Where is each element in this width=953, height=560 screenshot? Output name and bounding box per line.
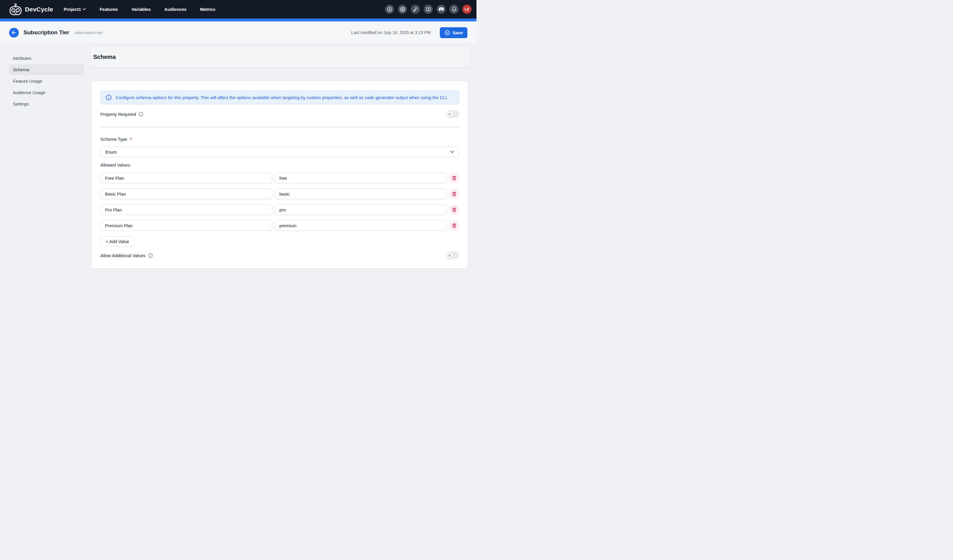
value-key-input[interactable] (275, 173, 447, 183)
toggle-knob-off (447, 252, 453, 258)
page-slug: subscription-tier (75, 31, 102, 35)
top-navbar: DevCycle Project1 Features Variables Aud… (0, 0, 476, 19)
allowed-value-row (100, 204, 459, 215)
trash-icon (452, 176, 456, 181)
user-avatar[interactable]: LE (463, 5, 472, 14)
allowed-value-row (100, 173, 459, 183)
property-required-toggle[interactable] (446, 111, 459, 118)
arrow-left-icon (11, 31, 16, 35)
delete-value-button[interactable] (449, 173, 459, 183)
schema-type-value: Enum (106, 150, 117, 155)
allowed-value-row (100, 189, 459, 199)
toggle-knob-off (447, 111, 453, 117)
devcycle-logo[interactable]: DevCycle (9, 3, 53, 16)
content: Attributes Schema Feature Usage Audience… (0, 44, 476, 280)
chevron-down-icon (83, 8, 86, 10)
value-key-input[interactable] (275, 189, 447, 199)
discord-button[interactable] (436, 5, 446, 14)
notifications-button[interactable] (450, 5, 459, 14)
settings-button[interactable] (398, 5, 407, 14)
sidebar-item-schema[interactable]: Schema (9, 64, 84, 75)
required-asterisk: * (130, 137, 132, 142)
docs-button[interactable] (424, 5, 433, 14)
card-divider (100, 127, 459, 127)
project-switcher[interactable]: Project1 (64, 7, 86, 12)
back-button[interactable] (9, 28, 19, 37)
info-icon (138, 112, 143, 117)
page-title: Subscription Tier (23, 29, 69, 36)
schema-card: Configure schema options for this proper… (92, 81, 468, 268)
property-sidebar: Attributes Schema Feature Usage Audience… (0, 44, 91, 280)
main-panel: Schema Configure schema options for this… (91, 44, 476, 280)
allow-additional-toggle[interactable] (446, 252, 459, 259)
allowed-values-label: Allowed Values (100, 162, 459, 167)
trash-icon (452, 207, 456, 212)
project-switcher-label: Project1 (64, 7, 81, 12)
nav-item-variables[interactable]: Variables (132, 7, 151, 12)
schema-type-select[interactable]: Enum (100, 147, 459, 157)
delete-value-button[interactable] (449, 189, 459, 199)
sidebar-item-feature-usage[interactable]: Feature Usage (9, 76, 84, 87)
info-alert-text: Configure schema options for this proper… (116, 95, 448, 100)
allowed-value-row (100, 220, 459, 231)
sidebar-item-audience-usage[interactable]: Audience Usage (9, 87, 84, 98)
property-required-label: Property Required (100, 112, 136, 117)
nav-item-features[interactable]: Features (99, 7, 118, 12)
discord-icon (439, 7, 444, 11)
navbar-actions: LE (385, 5, 472, 14)
sidebar-item-settings[interactable]: Settings (9, 99, 84, 109)
page-header: Subscription Tier subscription-tier Last… (0, 22, 476, 44)
value-key-input[interactable] (275, 220, 447, 231)
nav-item-metrics[interactable]: Metrics (200, 7, 216, 12)
info-alert: Configure schema options for this proper… (100, 91, 459, 104)
nav-links: Project1 Features Variables Audiences Me… (64, 7, 215, 12)
section-heading: Schema (91, 47, 470, 67)
property-required-row: Property Required (100, 111, 459, 118)
plus-circle-icon (387, 7, 392, 12)
info-icon (106, 94, 112, 101)
accent-stripe (0, 19, 476, 22)
api-keys-button[interactable] (411, 5, 420, 14)
devcycle-robot-icon (9, 3, 22, 16)
bell-icon (452, 7, 457, 12)
create-button[interactable] (385, 5, 394, 14)
delete-value-button[interactable] (449, 220, 459, 231)
trash-icon (452, 223, 456, 228)
allow-additional-label: Allow Additional Values (100, 253, 146, 258)
value-name-input[interactable] (100, 189, 272, 199)
value-key-input[interactable] (275, 204, 447, 215)
save-button[interactable]: Save (440, 27, 467, 38)
delete-value-button[interactable] (449, 205, 459, 215)
property-required-label-group: Property Required (100, 112, 143, 117)
schema-type-label-group: Schema Type * (100, 137, 459, 142)
allow-additional-row: Allow Additional Values (100, 252, 459, 259)
add-value-button[interactable]: + Add Value (100, 236, 134, 247)
nav-item-audiences[interactable]: Audiences (164, 7, 186, 12)
check-circle-icon (444, 30, 450, 36)
trash-icon (452, 192, 456, 196)
value-name-input[interactable] (100, 204, 272, 215)
info-icon (148, 253, 153, 258)
header-right: Last modified on July 16, 2025 at 3:13 P… (351, 27, 467, 38)
chevron-down-icon (450, 151, 454, 153)
sidebar-item-attributes[interactable]: Attributes (9, 53, 84, 63)
allow-additional-label-group: Allow Additional Values (100, 253, 153, 258)
brand-name: DevCycle (25, 6, 53, 13)
save-button-label: Save (452, 30, 463, 35)
last-modified-text: Last modified on July 16, 2025 at 3:13 P… (351, 30, 431, 35)
value-name-input[interactable] (100, 220, 272, 231)
value-name-input[interactable] (100, 173, 272, 183)
devcycle-app: DevCycle Project1 Features Variables Aud… (0, 0, 476, 280)
book-icon (426, 7, 431, 12)
schema-type-label: Schema Type (100, 137, 127, 142)
gear-icon (400, 7, 405, 12)
key-icon (413, 7, 418, 12)
